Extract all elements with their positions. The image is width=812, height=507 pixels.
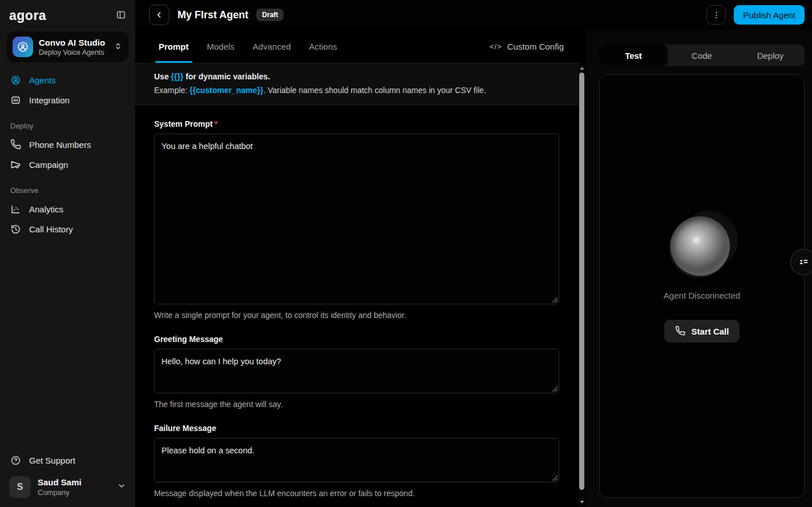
- publish-agent-button[interactable]: Publish Agent: [734, 5, 805, 25]
- agents-icon: [10, 75, 21, 86]
- avatar: S: [9, 476, 31, 498]
- variable-example-token: {{customer_name}}: [189, 86, 263, 95]
- system-prompt-label: System Prompt*: [154, 119, 559, 128]
- greeting-message-helper: The first message the agent will say.: [154, 400, 559, 409]
- required-asterisk: *: [215, 119, 217, 128]
- start-call-button[interactable]: Start Call: [664, 320, 740, 343]
- collapse-sidebar-button[interactable]: [116, 10, 126, 22]
- custom-config-button[interactable]: </> Custom Config: [490, 30, 564, 63]
- convo-ai-studio-icon: [13, 37, 33, 57]
- sidebar-item-call-history[interactable]: Call History: [7, 219, 128, 239]
- prompt-form: System Prompt* You are a helpful chatbot…: [135, 105, 578, 498]
- sidebar-item-label: Analytics: [29, 204, 63, 214]
- dynamic-variables-info: Use {{}} for dynamic variables. Example:…: [135, 63, 578, 105]
- scrollbar-thumb[interactable]: [579, 73, 584, 490]
- tab-actions[interactable]: Actions: [309, 30, 337, 63]
- panel-tab-deploy[interactable]: Deploy: [736, 45, 805, 66]
- user-account-row[interactable]: S Saud Sami Company: [7, 470, 128, 499]
- tab-models[interactable]: Models: [207, 30, 235, 63]
- workspace-title: Convo AI Studio: [39, 38, 108, 47]
- app-root: agora Convo AI Studio Deploy Voice Agent…: [0, 0, 812, 507]
- failure-message-input[interactable]: Please hold on a second.: [154, 438, 559, 482]
- back-button[interactable]: [149, 5, 169, 25]
- page-title: My FIrst Agent: [177, 9, 248, 21]
- sidebar-item-phone-numbers[interactable]: Phone Numbers: [7, 135, 128, 155]
- greeting-message-group: Greeting Message Hello, how can I help y…: [154, 335, 559, 409]
- sidebar-section-observe: Observe: [7, 175, 128, 199]
- sidebar-item-campaign[interactable]: Campaign: [7, 155, 128, 175]
- agent-editor: Prompt Models Advanced Actions </> Custo…: [135, 30, 578, 507]
- sidebar-item-label: Phone Numbers: [29, 140, 91, 150]
- sidebar-item-label: Campaign: [29, 160, 68, 170]
- get-support-link[interactable]: Get Support: [7, 450, 128, 470]
- agent-orb: [670, 215, 733, 278]
- code-icon: </>: [490, 42, 502, 51]
- history-clock-icon: [10, 224, 21, 235]
- agent-test-card: Agent Disconnected Start Call: [599, 74, 805, 498]
- chevrons-up-down-icon: [114, 42, 123, 53]
- test-panel: Test Code Deploy Agent Disconnected Star…: [586, 30, 812, 507]
- analytics-icon: [10, 204, 21, 215]
- panel-tab-test[interactable]: Test: [599, 45, 668, 66]
- sidebar-item-agents[interactable]: Agents: [7, 70, 128, 90]
- panel-collapse-icon: [116, 10, 126, 22]
- agent-status-text: Agent Disconnected: [664, 291, 740, 300]
- status-badge: Draft: [256, 9, 284, 21]
- system-prompt-input[interactable]: You are a helpful chatbot: [154, 134, 559, 304]
- sidebar-item-label: Integration: [29, 95, 70, 105]
- workspace-switcher[interactable]: Convo AI Studio Deploy Voice Agents: [7, 31, 128, 62]
- sidebar-section-deploy: Deploy: [7, 110, 128, 135]
- panel-tab-code[interactable]: Code: [668, 45, 736, 66]
- start-call-label: Start Call: [692, 327, 729, 336]
- greeting-message-input[interactable]: Hello, how can I help you today?: [154, 349, 559, 393]
- phone-icon: [10, 139, 21, 150]
- tab-advanced[interactable]: Advanced: [253, 30, 291, 63]
- failure-message-label: Failure Message: [154, 424, 559, 433]
- sidebar-item-label: Agents: [29, 75, 56, 85]
- failure-message-group: Failure Message Please hold on a second.…: [154, 424, 559, 498]
- get-support-label: Get Support: [29, 456, 75, 465]
- sidebar: agora Convo AI Studio Deploy Voice Agent…: [0, 0, 135, 507]
- scroll-up-arrow-icon[interactable]: [578, 64, 585, 72]
- agent-details-drawer-button[interactable]: [790, 249, 812, 275]
- panel-tabs: Test Code Deploy: [599, 45, 805, 66]
- orb-sphere-icon: [670, 216, 730, 276]
- user-org: Company: [38, 488, 82, 497]
- chevron-down-icon: [117, 481, 126, 493]
- megaphone-icon: [10, 159, 21, 170]
- user-name: Saud Sami: [38, 477, 82, 487]
- agora-logo: agora: [9, 8, 46, 23]
- contact-card-icon: [798, 256, 809, 268]
- variable-token: {{}}: [171, 72, 184, 81]
- page-header: My FIrst Agent Draft Publish Agent: [135, 0, 812, 30]
- failure-message-helper: Message displayed when the LLM encounter…: [154, 489, 559, 498]
- info-line-1: Use {{}} for dynamic variables.: [154, 72, 559, 81]
- sidebar-header: agora: [7, 6, 128, 31]
- scroll-down-arrow-icon[interactable]: [578, 498, 585, 506]
- integration-icon: [10, 95, 21, 106]
- workspace-subtitle: Deploy Voice Agents: [39, 49, 108, 57]
- editor-scrollbar[interactable]: [578, 63, 585, 507]
- help-circle-icon: [10, 455, 21, 466]
- more-options-button[interactable]: [706, 5, 726, 25]
- sidebar-item-analytics[interactable]: Analytics: [7, 199, 128, 219]
- editor-tabs: Prompt Models Advanced Actions </> Custo…: [135, 30, 578, 63]
- custom-config-label: Custom Config: [507, 42, 564, 51]
- system-prompt-group: System Prompt* You are a helpful chatbot…: [154, 119, 559, 320]
- chevron-left-icon: [155, 10, 164, 19]
- sidebar-item-integration[interactable]: Integration: [7, 90, 128, 110]
- system-prompt-helper: Write a single prompt for your agent, to…: [154, 311, 559, 320]
- greeting-message-label: Greeting Message: [154, 335, 559, 344]
- sidebar-item-label: Call History: [29, 224, 73, 234]
- info-line-2: Example: {{customer_name}}. Variable nam…: [154, 86, 559, 95]
- kebab-menu-icon: [712, 10, 721, 20]
- phone-icon: [675, 326, 685, 336]
- tab-prompt[interactable]: Prompt: [159, 30, 189, 63]
